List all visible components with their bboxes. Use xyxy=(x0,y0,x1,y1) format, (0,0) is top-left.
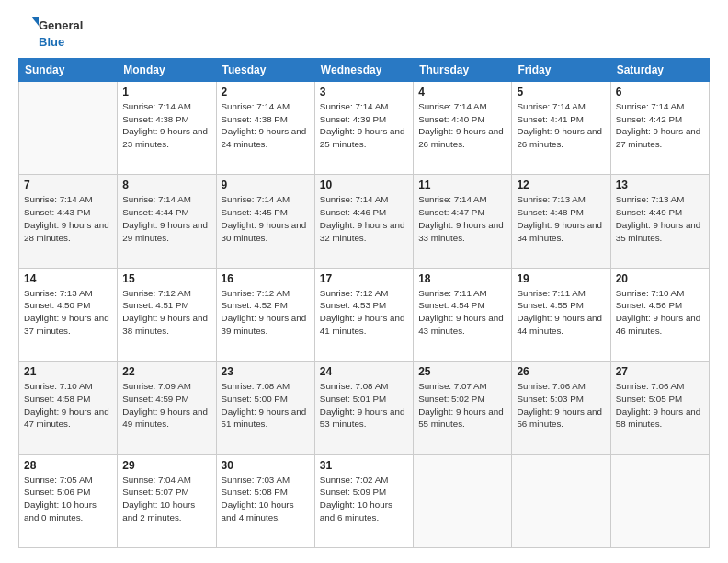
calendar-cell: 21Sunrise: 7:10 AMSunset: 4:58 PMDayligh… xyxy=(19,362,118,454)
cell-info: Sunrise: 7:05 AMSunset: 5:06 PMDaylight:… xyxy=(24,474,112,524)
calendar-cell: 18Sunrise: 7:11 AMSunset: 4:54 PMDayligh… xyxy=(414,268,512,361)
header-friday: Friday xyxy=(512,59,610,82)
svg-marker-0 xyxy=(31,17,39,26)
cell-day-number: 17 xyxy=(320,272,408,285)
calendar-week-row: 14Sunrise: 7:13 AMSunset: 4:50 PMDayligh… xyxy=(19,268,710,361)
logo-text-general: General xyxy=(39,18,83,32)
calendar-cell: 16Sunrise: 7:12 AMSunset: 4:52 PMDayligh… xyxy=(216,268,314,361)
calendar-cell xyxy=(610,454,709,547)
calendar-cell: 14Sunrise: 7:13 AMSunset: 4:50 PMDayligh… xyxy=(19,268,118,361)
cell-info: Sunrise: 7:14 AMSunset: 4:38 PMDaylight:… xyxy=(222,100,310,151)
cell-day-number: 25 xyxy=(418,365,506,378)
cell-info: Sunrise: 7:13 AMSunset: 4:50 PMDaylight:… xyxy=(24,287,112,338)
page: General Blue SundayMondayTuesdayWednesda… xyxy=(0,0,728,563)
cell-info: Sunrise: 7:12 AMSunset: 4:53 PMDaylight:… xyxy=(320,287,408,338)
cell-info: Sunrise: 7:08 AMSunset: 5:01 PMDaylight:… xyxy=(320,380,408,431)
calendar-cell: 30Sunrise: 7:03 AMSunset: 5:08 PMDayligh… xyxy=(216,454,314,547)
calendar-cell: 8Sunrise: 7:14 AMSunset: 4:44 PMDaylight… xyxy=(118,175,216,268)
calendar-week-row: 7Sunrise: 7:14 AMSunset: 4:43 PMDaylight… xyxy=(19,175,710,268)
calendar-cell: 2Sunrise: 7:14 AMSunset: 4:38 PMDaylight… xyxy=(216,82,314,175)
calendar-cell: 13Sunrise: 7:13 AMSunset: 4:49 PMDayligh… xyxy=(610,175,709,268)
cell-info: Sunrise: 7:14 AMSunset: 4:39 PMDaylight:… xyxy=(320,100,408,151)
cell-info: Sunrise: 7:06 AMSunset: 5:03 PMDaylight:… xyxy=(517,380,605,431)
cell-day-number: 6 xyxy=(616,86,704,98)
calendar-cell: 5Sunrise: 7:14 AMSunset: 4:41 PMDaylight… xyxy=(512,82,610,175)
cell-info: Sunrise: 7:14 AMSunset: 4:42 PMDaylight:… xyxy=(616,100,704,151)
header: General Blue xyxy=(18,15,710,49)
cell-info: Sunrise: 7:03 AMSunset: 5:08 PMDaylight:… xyxy=(222,474,310,524)
cell-day-number: 20 xyxy=(616,272,704,285)
logo-bird-icon xyxy=(18,15,39,35)
cell-day-number: 15 xyxy=(122,272,210,285)
cell-day-number: 8 xyxy=(122,178,210,191)
calendar-cell: 4Sunrise: 7:14 AMSunset: 4:40 PMDaylight… xyxy=(414,82,512,175)
cell-day-number: 16 xyxy=(222,272,310,285)
cell-info: Sunrise: 7:02 AMSunset: 5:09 PMDaylight:… xyxy=(320,474,408,524)
calendar-cell xyxy=(414,454,512,547)
cell-info: Sunrise: 7:14 AMSunset: 4:38 PMDaylight:… xyxy=(122,100,210,151)
logo-text-blue: Blue xyxy=(39,35,64,49)
calendar-cell: 25Sunrise: 7:07 AMSunset: 5:02 PMDayligh… xyxy=(414,362,512,454)
calendar: SundayMondayTuesdayWednesdayThursdayFrid… xyxy=(18,58,710,548)
cell-info: Sunrise: 7:14 AMSunset: 4:40 PMDaylight:… xyxy=(418,100,506,151)
cell-info: Sunrise: 7:13 AMSunset: 4:49 PMDaylight:… xyxy=(616,193,704,244)
cell-day-number: 11 xyxy=(418,178,506,191)
cell-info: Sunrise: 7:11 AMSunset: 4:55 PMDaylight:… xyxy=(517,287,605,338)
calendar-cell: 12Sunrise: 7:13 AMSunset: 4:48 PMDayligh… xyxy=(512,175,610,268)
cell-day-number: 29 xyxy=(122,459,210,472)
cell-info: Sunrise: 7:14 AMSunset: 4:44 PMDaylight:… xyxy=(122,193,210,244)
calendar-cell: 17Sunrise: 7:12 AMSunset: 4:53 PMDayligh… xyxy=(314,268,413,361)
cell-info: Sunrise: 7:12 AMSunset: 4:51 PMDaylight:… xyxy=(122,287,210,338)
cell-day-number: 23 xyxy=(222,365,310,378)
cell-day-number: 3 xyxy=(320,86,408,98)
header-thursday: Thursday xyxy=(414,59,512,82)
cell-info: Sunrise: 7:13 AMSunset: 4:48 PMDaylight:… xyxy=(517,193,605,244)
cell-day-number: 2 xyxy=(222,86,310,98)
cell-info: Sunrise: 7:08 AMSunset: 5:00 PMDaylight:… xyxy=(222,380,310,431)
calendar-header-row: SundayMondayTuesdayWednesdayThursdayFrid… xyxy=(19,59,710,82)
calendar-cell: 20Sunrise: 7:10 AMSunset: 4:56 PMDayligh… xyxy=(610,268,709,361)
calendar-cell: 22Sunrise: 7:09 AMSunset: 4:59 PMDayligh… xyxy=(118,362,216,454)
cell-info: Sunrise: 7:12 AMSunset: 4:52 PMDaylight:… xyxy=(222,287,310,338)
calendar-cell: 15Sunrise: 7:12 AMSunset: 4:51 PMDayligh… xyxy=(118,268,216,361)
cell-day-number: 27 xyxy=(616,365,704,378)
cell-info: Sunrise: 7:11 AMSunset: 4:54 PMDaylight:… xyxy=(418,287,506,338)
calendar-week-row: 28Sunrise: 7:05 AMSunset: 5:06 PMDayligh… xyxy=(19,454,710,547)
cell-day-number: 26 xyxy=(517,365,605,378)
header-wednesday: Wednesday xyxy=(314,59,413,82)
calendar-cell: 11Sunrise: 7:14 AMSunset: 4:47 PMDayligh… xyxy=(414,175,512,268)
cell-day-number: 10 xyxy=(320,178,408,191)
calendar-cell: 10Sunrise: 7:14 AMSunset: 4:46 PMDayligh… xyxy=(314,175,413,268)
cell-day-number: 19 xyxy=(517,272,605,285)
cell-day-number: 7 xyxy=(24,178,112,191)
calendar-cell: 28Sunrise: 7:05 AMSunset: 5:06 PMDayligh… xyxy=(19,454,118,547)
cell-info: Sunrise: 7:14 AMSunset: 4:46 PMDaylight:… xyxy=(320,193,408,244)
calendar-cell: 24Sunrise: 7:08 AMSunset: 5:01 PMDayligh… xyxy=(314,362,413,454)
calendar-cell: 1Sunrise: 7:14 AMSunset: 4:38 PMDaylight… xyxy=(118,82,216,175)
calendar-cell: 31Sunrise: 7:02 AMSunset: 5:09 PMDayligh… xyxy=(314,454,413,547)
calendar-cell xyxy=(512,454,610,547)
cell-day-number: 1 xyxy=(122,86,210,98)
calendar-cell: 23Sunrise: 7:08 AMSunset: 5:00 PMDayligh… xyxy=(216,362,314,454)
header-tuesday: Tuesday xyxy=(216,59,314,82)
header-monday: Monday xyxy=(118,59,216,82)
cell-info: Sunrise: 7:10 AMSunset: 4:56 PMDaylight:… xyxy=(616,287,704,338)
calendar-cell: 9Sunrise: 7:14 AMSunset: 4:45 PMDaylight… xyxy=(216,175,314,268)
cell-day-number: 22 xyxy=(122,365,210,378)
cell-info: Sunrise: 7:07 AMSunset: 5:02 PMDaylight:… xyxy=(418,380,506,431)
cell-day-number: 28 xyxy=(24,459,112,472)
cell-day-number: 5 xyxy=(517,86,605,98)
cell-info: Sunrise: 7:14 AMSunset: 4:45 PMDaylight:… xyxy=(222,193,310,244)
cell-day-number: 12 xyxy=(517,178,605,191)
cell-day-number: 14 xyxy=(24,272,112,285)
calendar-cell: 3Sunrise: 7:14 AMSunset: 4:39 PMDaylight… xyxy=(314,82,413,175)
calendar-week-row: 1Sunrise: 7:14 AMSunset: 4:38 PMDaylight… xyxy=(19,82,710,175)
calendar-cell: 19Sunrise: 7:11 AMSunset: 4:55 PMDayligh… xyxy=(512,268,610,361)
cell-info: Sunrise: 7:09 AMSunset: 4:59 PMDaylight:… xyxy=(122,380,210,431)
cell-day-number: 18 xyxy=(418,272,506,285)
logo: General Blue xyxy=(18,15,83,49)
header-sunday: Sunday xyxy=(19,59,118,82)
calendar-cell: 7Sunrise: 7:14 AMSunset: 4:43 PMDaylight… xyxy=(19,175,118,268)
cell-day-number: 24 xyxy=(320,365,408,378)
cell-day-number: 31 xyxy=(320,459,408,472)
